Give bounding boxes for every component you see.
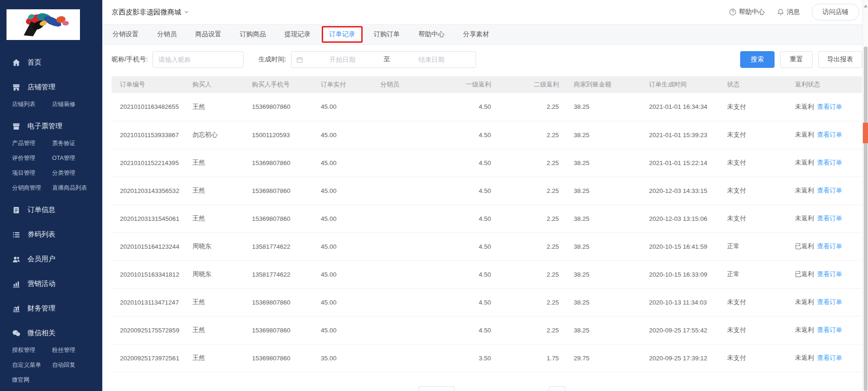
sidebar-item-8[interactable]: 微信相关 [0,321,102,345]
sidebar-subitem[interactable]: 分类管理 [52,169,99,177]
sidebar-subitem[interactable]: 自动回复 [52,361,99,369]
filter-bar: 昵称/手机号: 生成时间: 至 搜索 重置 导出报表 [102,45,868,73]
tab-6[interactable]: 订购订单 [374,30,400,39]
cell-status: 未支付 [724,205,792,232]
column-header: 状态 [724,76,792,93]
sidebar-subitem[interactable]: 直播商品列表 [52,184,99,192]
cell-distributor [378,149,446,177]
sidebar-subitem[interactable]: OTA管理 [52,154,99,162]
finance-icon [12,305,20,313]
rebate-status-text: 未返利 [795,298,814,305]
tab-0[interactable]: 分销设置 [113,30,139,39]
visit-store-button[interactable]: 访问店铺 [812,4,859,20]
cell-paid: 45.00 [318,316,378,344]
view-order-link[interactable]: 查看订单 [817,354,842,361]
table-row: 20210101163482655王然1536980786045.004.502… [112,93,862,121]
cell-distributor [378,288,446,316]
view-order-link[interactable]: 查看订单 [817,103,842,110]
time-label: 生成时间: [258,55,286,64]
wechat-icon [12,329,20,338]
cell-created_at: 2020-10-15 16:33:09 [646,260,724,288]
nickname-input[interactable] [152,51,244,68]
messages-link[interactable]: 消息 [777,8,800,16]
sidebar-subitem[interactable]: 项目管理 [12,169,52,177]
date-range-picker[interactable]: 至 [291,51,476,68]
sidebar-item-1[interactable]: 店铺管理 [0,75,102,99]
help-center-link[interactable]: 帮助中心 [729,8,765,16]
sidebar-subitem[interactable]: 自定义菜单 [12,361,52,369]
view-order-link[interactable]: 查看订单 [817,326,842,333]
vertical-scrollbar[interactable] [862,0,868,391]
chevron-down-icon [184,10,189,14]
sidebar-subitem[interactable]: 票务验证 [52,139,99,147]
page-number-input[interactable] [549,386,565,391]
cell-phone: 15369807860 [249,149,318,177]
store-name: 京西皮影非遗园微商城 [112,8,181,17]
view-order-link[interactable]: 查看订单 [817,298,842,305]
rebate-status-text: 已返利 [795,271,814,278]
scrollbar-up-arrow-icon[interactable] [863,5,868,11]
cell-distributor [378,316,446,344]
cell-phone: 15369807860 [249,205,318,232]
view-order-link[interactable]: 查看订单 [817,131,842,138]
sidebar-subitem[interactable]: 微官网 [12,376,52,384]
sidebar-item-label: 微信相关 [27,329,55,338]
bell-icon [777,8,784,16]
cell-created_at: 2021-01-01 15:22:14 [646,149,724,177]
sidebar-subitem[interactable]: 粉丝管理 [52,346,99,354]
table-body: 20210101163482655王然1536980786045.004.502… [112,93,862,372]
tab-4[interactable]: 提现记录 [285,30,311,39]
sidebar-item-7[interactable]: 财务管理 [0,296,102,321]
cell-distributor [378,121,446,149]
sidebar-subitem[interactable]: 店铺装修 [52,100,99,108]
cell-rebate2: 2.25 [503,177,571,205]
view-order-link[interactable]: 查看订单 [817,215,842,222]
tab-2[interactable]: 商品设置 [195,30,221,39]
sidebar-subitem[interactable]: 产品管理 [12,139,52,147]
sidebar-subitem[interactable]: 分销商管理 [12,184,52,192]
column-header: 分销员 [378,76,446,93]
orders-table-wrap: 订单编号购买人购买人手机号订单实付分销员一级返利二级返利商家到账金额订单生成时间… [112,76,862,372]
store-switcher[interactable]: 京西皮影非遗园微商城 [112,8,189,17]
tab-3[interactable]: 订购商品 [240,30,266,39]
tab-1[interactable]: 分销员 [157,30,177,39]
scrollbar-thumb[interactable] [864,46,868,391]
cell-rebate2: 2.25 [503,260,571,288]
cell-phone: 13581774622 [249,260,318,288]
cell-rebate_status: 未返利查看订单 [792,177,862,205]
start-date-input[interactable] [303,56,382,63]
page-size-select[interactable] [418,386,455,391]
tab-8[interactable]: 分享素材 [463,30,489,39]
sidebar-item-0[interactable]: 首页 [0,50,102,75]
table-header-row: 订单编号购买人购买人手机号订单实付分销员一级返利二级返利商家到账金额订单生成时间… [112,76,862,93]
rebate-status-text: 未返利 [795,354,814,361]
sidebar-nav: 首页店铺管理店铺列表店铺装修电子票管理产品管理票务验证评价管理OTA管理项目管理… [0,50,102,390]
sidebar-subitem[interactable]: 店铺列表 [12,100,52,108]
cell-rebate2: 2.25 [503,316,571,344]
sidebar-item-6[interactable]: 营销活动 [0,272,102,296]
export-report-button[interactable]: 导出报表 [818,51,862,68]
view-order-link[interactable]: 查看订单 [817,243,842,250]
cell-rebate_status: 未返利查看订单 [792,149,862,177]
question-circle-icon [729,8,736,16]
view-order-link[interactable]: 查看订单 [817,159,842,166]
view-order-link[interactable]: 查看订单 [817,271,842,278]
reset-button[interactable]: 重置 [780,51,813,68]
cell-created_at: 2020-12-03 14:33:15 [646,177,724,205]
sidebar-subitem[interactable]: 评价管理 [12,154,52,162]
sidebar-item-5[interactable]: 会员用户 [0,247,102,272]
end-date-input[interactable] [392,56,471,63]
sidebar-item-label: 财务管理 [27,304,55,313]
sidebar-item-2[interactable]: 电子票管理 [0,114,102,139]
sidebar: 首页店铺管理店铺列表店铺装修电子票管理产品管理票务验证评价管理OTA管理项目管理… [0,0,102,391]
tab-7[interactable]: 帮助中心 [418,30,444,39]
sidebar-item-4[interactable]: 券码列表 [0,222,102,247]
chart-icon [12,280,20,288]
cell-merchant_amount: 38.25 [571,316,646,344]
cell-rebate1: 4.50 [446,121,503,149]
sidebar-subitem[interactable]: 授权管理 [12,346,52,354]
tab-5-active[interactable]: 订单记录 [322,26,363,43]
search-button[interactable]: 搜索 [740,51,775,68]
sidebar-item-3[interactable]: 订单信息 [0,198,102,222]
view-order-link[interactable]: 查看订单 [817,187,842,194]
